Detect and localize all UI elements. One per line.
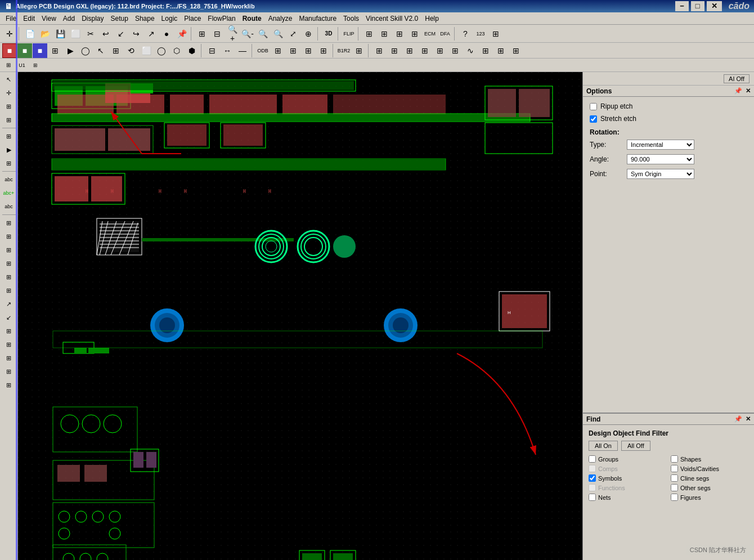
tb2-btn9[interactable]: ⟲ (124, 43, 138, 58)
tb-pan[interactable]: ⤢ (286, 26, 300, 41)
sb-btn17[interactable]: ↗ (2, 298, 16, 310)
tb-drc[interactable]: ⊞ (392, 26, 407, 41)
find-checkbox-comps[interactable] (589, 465, 596, 472)
sb-btn21[interactable]: ⊞ (2, 352, 16, 364)
menu-setup[interactable]: Setup (107, 14, 132, 24)
tb-highlight[interactable]: ● (159, 26, 174, 41)
menu-display[interactable]: Display (78, 14, 107, 24)
tb2-btn33[interactable]: ⊞ (509, 43, 523, 58)
tb2-btn14[interactable]: ⊟ (205, 43, 219, 58)
sb-btn12[interactable]: ⊞ (2, 230, 16, 243)
minimize-button[interactable]: − (675, 1, 689, 11)
sb-add-text[interactable]: abc+ (2, 187, 16, 199)
sb-btn18[interactable]: ↙ (2, 311, 16, 324)
tb-extra1[interactable]: ⊞ (488, 26, 503, 41)
tb2-btn12[interactable]: ⬡ (169, 43, 184, 58)
close-button[interactable]: ✕ (707, 1, 722, 11)
sb-move[interactable]: ✛ (2, 87, 16, 99)
all-on-button[interactable]: All On (589, 441, 618, 451)
find-checkbox-functions[interactable] (589, 484, 596, 491)
tb-3d[interactable]: 3D (321, 26, 336, 41)
sb-btn8[interactable]: abc (2, 173, 16, 186)
sb-select[interactable]: ↖ (2, 73, 16, 86)
menu-logic[interactable]: Logic (158, 14, 181, 24)
find-checkbox-groups[interactable] (589, 455, 596, 463)
tb-ecm[interactable]: ECM (423, 26, 437, 41)
sb-btn22[interactable]: ⊞ (2, 365, 16, 378)
menu-route[interactable]: Route (239, 14, 265, 24)
tb-select-tool[interactable]: ✛ (2, 26, 17, 41)
tb-grid[interactable]: ⊞ (195, 26, 209, 41)
tb-num[interactable]: 123 (473, 26, 488, 41)
tb2-btn26[interactable]: ⊞ (402, 43, 417, 58)
sb-btn6[interactable]: ▶ (2, 144, 16, 156)
tb2-btn2[interactable]: ■ (17, 43, 32, 58)
sb-btn14[interactable]: ⊞ (2, 257, 16, 270)
find-checkbox-nets[interactable] (589, 494, 596, 501)
sb-btn3[interactable]: ⊞ (2, 100, 16, 113)
menu-analyze[interactable]: Analyze (265, 14, 296, 24)
sb-btn19[interactable]: ⊞ (2, 325, 16, 337)
sb-btn15[interactable]: ⊞ (2, 271, 16, 283)
tb2-btn27[interactable]: ⊞ (418, 43, 432, 58)
menu-shape[interactable]: Shape (132, 14, 158, 24)
tb2-btn7[interactable]: ↖ (93, 43, 108, 58)
menu-view[interactable]: View (38, 14, 60, 24)
tb2-btn8[interactable]: ⊞ (109, 43, 123, 58)
tb2-btn18[interactable]: ⊞ (271, 43, 285, 58)
tb-new[interactable]: 📄 (23, 26, 37, 41)
find-checkbox-shapes[interactable] (671, 455, 678, 463)
sb-btn10[interactable]: abc (2, 200, 16, 213)
maximize-button[interactable]: □ (691, 1, 704, 11)
tb2-btn13[interactable]: ⬢ (185, 43, 199, 58)
tb-dfa[interactable]: DFA (438, 26, 452, 41)
tb2-btn5[interactable]: ▶ (63, 43, 78, 58)
tb-copy[interactable]: ⬜ (68, 26, 83, 41)
tb2-btn4[interactable]: ⊞ (48, 43, 62, 58)
menu-edit[interactable]: Edit (20, 14, 38, 24)
all-off-button[interactable]: All Off (621, 441, 650, 451)
menu-help[interactable]: Help (421, 14, 442, 24)
sb-btn23[interactable]: ⊞ (2, 379, 16, 391)
tb2-btn3[interactable]: ■ (33, 43, 47, 58)
tb-help-icon[interactable]: ? (458, 26, 473, 41)
menu-add[interactable]: Add (60, 14, 78, 24)
type-select[interactable]: Incremental Absolute (627, 140, 694, 150)
sb-btn4[interactable]: ⊞ (2, 114, 16, 126)
options-close-icon[interactable]: ✕ (746, 87, 751, 95)
stretch-etch-checkbox[interactable] (590, 115, 597, 123)
tb-zoom-out[interactable]: 🔍- (240, 26, 255, 41)
tb-undo[interactable]: ↩ (98, 26, 113, 41)
tb2-btn21[interactable]: ⊞ (316, 43, 331, 58)
tb2-btn25[interactable]: ⊞ (387, 43, 402, 58)
tb-redo[interactable]: ↪ (129, 26, 143, 41)
tb2-btn19[interactable]: ⊞ (286, 43, 300, 58)
ai-off-button[interactable]: AI Off (724, 74, 749, 83)
tb2-btn17[interactable]: ODB (255, 43, 270, 58)
tb2-btn32[interactable]: ⊞ (493, 43, 508, 58)
tb-flip[interactable]: FLIP (342, 26, 356, 41)
tb3-btn2[interactable]: U1 (16, 60, 28, 71)
menu-flowplan[interactable]: FlowPlan (204, 14, 239, 24)
tb-ratsnest[interactable]: ⊞ (377, 26, 392, 41)
tb-update[interactable]: ⊞ (407, 26, 422, 41)
menu-tools[interactable]: Tools (340, 14, 362, 24)
find-checkbox-cline[interactable] (671, 474, 678, 482)
tb-measure[interactable]: ⊞ (362, 26, 376, 41)
point-select[interactable]: Sym Origin User Pick Sym Center (627, 169, 694, 179)
sb-btn5[interactable]: ⊞ (2, 130, 16, 142)
tb3-btn3[interactable]: ⊞ (29, 60, 42, 71)
tb3-btn1[interactable]: ⊞ (2, 60, 15, 71)
menu-place[interactable]: Place (181, 14, 204, 24)
sb-btn7[interactable]: ⊞ (2, 157, 16, 169)
tb-zoom-fit[interactable]: 🔍 (255, 26, 270, 41)
tb2-btn31[interactable]: ⊞ (478, 43, 493, 58)
tb2-btn29[interactable]: ⊞ (448, 43, 463, 58)
find-pin-icon[interactable]: 📌 (734, 415, 742, 423)
tb-pin[interactable]: 📌 (174, 26, 189, 41)
sb-btn16[interactable]: ⊞ (2, 284, 16, 297)
tb2-btn22[interactable]: B1R2 (336, 43, 351, 58)
find-close-icon[interactable]: ✕ (746, 415, 751, 423)
options-pin-icon[interactable]: 📌 (734, 87, 742, 95)
find-checkbox-other[interactable] (671, 484, 678, 491)
